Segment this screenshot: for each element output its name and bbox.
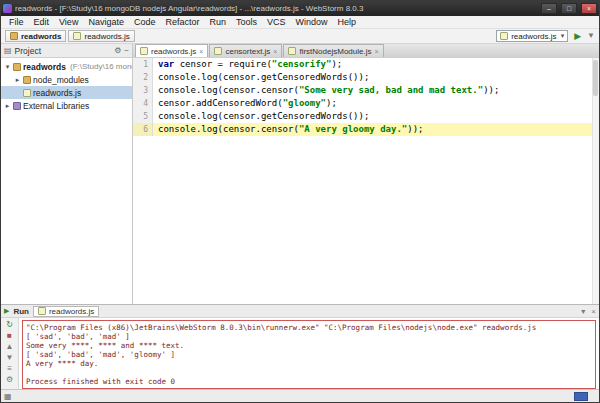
menu-item-tools[interactable]: Tools [231,17,262,27]
scroll-up-button[interactable]: ▲ [4,342,16,352]
tab-label: readwords.js [151,47,196,56]
library-icon [13,102,21,110]
run-dropdown-icon[interactable]: ▼ [587,30,595,42]
code-line-6[interactable]: 6console.log(censor.censor("A very gloom… [133,123,599,136]
editor-scrollbar[interactable] [592,58,599,304]
js-file-icon [140,47,148,55]
console-line-3: Some very ****, **** and **** text. [26,341,592,350]
code-line-1[interactable]: 1var censor = require("censorify"); [133,58,599,71]
js-file-icon [73,32,81,40]
menu-item-navigate[interactable]: Navigate [83,17,129,27]
editor-tab-firstnodejsmodule-js[interactable]: firstNodejsModule.js× [283,44,383,57]
close-tab-icon[interactable]: × [199,48,203,55]
breadcrumb-label: readwords [21,32,61,41]
code-line-3[interactable]: 3console.log(censor.censor("Some very sa… [133,84,599,97]
breadcrumb-readwords[interactable]: readwords [5,30,66,42]
maximize-button[interactable]: □ [561,3,577,14]
scroll-down-button[interactable]: ▼ [4,353,16,363]
tree-collapsed-icon[interactable]: ▸ [14,76,21,84]
code-text: console.log(censor.censor("A very gloomy… [153,123,424,136]
breadcrumb: readwordsreadwords.js [5,30,135,42]
menu-item-vcs[interactable]: VCS [262,17,291,27]
console-line-4: [ 'sad', 'bad', 'mad', 'gloomy' ] [26,350,592,359]
menu-item-run[interactable]: Run [204,17,231,27]
close-tab-icon[interactable]: × [273,48,277,55]
console-line-5: A very **** day. [26,359,592,368]
run-config-select[interactable]: readwords.js ▾ [496,30,568,42]
background-task-indicator [574,392,588,401]
menu-item-file[interactable]: File [4,17,29,27]
menu-item-window[interactable]: Window [291,17,333,27]
console-line-1: "C:\Program Files (x86)\JetBrains\WebSto… [26,323,592,332]
run-panel-header: ▶ Run readwords.js ▾ × [1,305,599,318]
menu-item-refactor[interactable]: Refactor [160,17,204,27]
run-config-value: readwords.js [511,32,556,41]
collapse-panel-icon[interactable]: − [124,46,129,55]
run-button[interactable]: ▶ [574,30,581,42]
main-area: ▾readwords(F:\Study\16 mongoDB no▸node_m… [1,58,599,304]
tree-label: node_modules [33,75,89,85]
line-number: 5 [133,110,153,123]
toolwindow-toggle-icon[interactable]: ▦ [4,392,12,401]
code-token: console.log(censor.getCensoredWords()); [158,111,369,121]
code-token: "censorify" [272,59,332,69]
tree-item-readwords[interactable]: ▾readwords(F:\Study\16 mongoDB no [1,60,132,73]
close-button[interactable]: × [581,3,597,14]
tab-label: censortext.js [225,47,270,56]
close-panel-icon[interactable]: × [591,307,596,316]
code-token: console.log(censor.censor( [158,85,299,95]
menu-item-help[interactable]: Help [333,17,362,27]
menu-item-code[interactable]: Code [129,17,161,27]
code-token: censor.addCensoredWord( [158,98,283,108]
close-tab-icon[interactable]: × [374,48,378,55]
console-menu-button[interactable]: ≡ [4,364,16,374]
run-tab[interactable]: readwords.js [33,306,99,317]
title-bar: readwords - [F:\Study\16 mongoDB nodejs … [1,1,599,16]
breadcrumb-label: readwords.js [84,32,129,41]
code-line-4[interactable]: 4censor.addCensoredWord("gloomy"); [133,97,599,110]
line-number: 4 [133,97,153,110]
tree-item-node_modules[interactable]: ▸node_modules [1,73,132,86]
run-console[interactable]: "C:\Program Files (x86)\JetBrains\WebSto… [19,318,599,389]
project-grid-icon[interactable]: ▤ [4,46,12,55]
code-text: var censor = require("censorify"); [153,58,342,71]
code-token: ); [326,98,337,108]
folder-icon [10,32,18,40]
code-token: var [158,59,174,69]
menu-bar: FileEditViewNavigateCodeRefactorRunTools… [1,16,599,29]
menu-item-view[interactable]: View [54,17,83,27]
tree-collapsed-icon[interactable]: ▸ [4,102,11,110]
minimize-button[interactable]: – [541,3,557,14]
run-panel-title: Run [13,307,29,316]
code-line-5[interactable]: 5console.log(censor.getCensoredWords()); [133,110,599,123]
tree-item-external-libraries[interactable]: ▸External Libraries [1,99,132,112]
menu-item-edit[interactable]: Edit [29,17,55,27]
tree-item-readwords-js[interactable]: readwords.js [1,86,132,99]
scrollbar-thumb[interactable] [593,60,598,96]
editor-tab-readwords-js[interactable]: readwords.js× [135,44,208,57]
navigation-bar: readwordsreadwords.js readwords.js ▾ ▶ ▼ [1,29,599,44]
rerun-button[interactable]: ↻ [4,320,16,330]
editor-tab-censortext-js[interactable]: censortext.js× [209,44,282,57]
chevron-down-icon: ▾ [561,32,565,40]
folder-icon [13,63,21,71]
code-token: )); [483,85,499,95]
code-line-2[interactable]: 2console.log(censor.getCensoredWords()); [133,71,599,84]
panel-headers-row: ▤ Project ⚙ − readwords.js×censortext.js… [1,44,599,58]
code-text: console.log(censor.censor("Some very sad… [153,84,499,97]
gear-icon[interactable]: ⚙ [114,46,121,55]
run-toolbar: ↻ ■ ▲ ▼ ≡ ⚙ [1,318,19,389]
js-file-icon [288,47,296,55]
project-panel-title: Project [15,46,41,56]
tree-expanded-icon[interactable]: ▾ [4,63,11,71]
js-file-icon [38,307,46,315]
webstorm-app-icon [3,4,12,13]
breadcrumb-readwords-js[interactable]: readwords.js [68,30,134,42]
status-bar: ▦ [1,389,599,402]
console-settings-button[interactable]: ⚙ [4,375,16,385]
code-editor[interactable]: 1var censor = require("censorify");2cons… [133,58,599,304]
js-file-icon [23,89,31,97]
hide-panel-icon[interactable]: ▾ [581,307,585,316]
run-icon: ▶ [4,307,9,315]
stop-button[interactable]: ■ [4,331,16,341]
